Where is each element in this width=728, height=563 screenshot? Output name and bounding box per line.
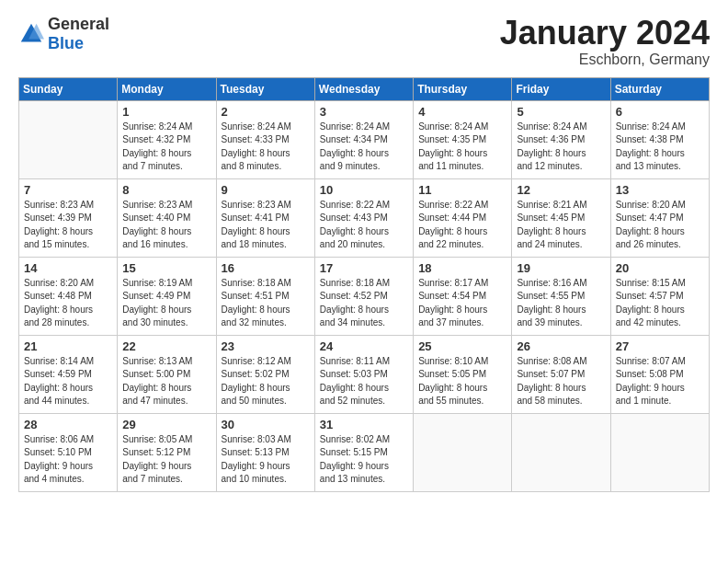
day-number: 22 (122, 339, 210, 353)
cell-info: Sunrise: 8:23 AMSunset: 4:40 PMDaylight:… (122, 199, 210, 252)
weekday-header-saturday: Saturday (610, 77, 709, 100)
cell-info: Sunrise: 8:21 AMSunset: 4:45 PMDaylight:… (517, 199, 605, 252)
day-number: 9 (222, 183, 310, 197)
weekday-header-row: SundayMondayTuesdayWednesdayThursdayFrid… (19, 77, 710, 100)
cell-info: Sunrise: 8:23 AMSunset: 4:39 PMDaylight:… (24, 199, 112, 252)
calendar-cell: 14Sunrise: 8:20 AMSunset: 4:48 PMDayligh… (19, 257, 118, 335)
cell-info: Sunrise: 8:16 AMSunset: 4:55 PMDaylight:… (517, 277, 605, 330)
calendar-cell: 30Sunrise: 8:03 AMSunset: 5:13 PMDayligh… (216, 413, 314, 491)
cell-info: Sunrise: 8:19 AMSunset: 4:49 PMDaylight:… (122, 277, 210, 330)
weekday-header-thursday: Thursday (414, 77, 512, 100)
calendar-cell: 16Sunrise: 8:18 AMSunset: 4:51 PMDayligh… (216, 257, 314, 335)
cell-info: Sunrise: 8:24 AMSunset: 4:32 PMDaylight:… (122, 121, 210, 174)
calendar-cell: 1Sunrise: 8:24 AMSunset: 4:32 PMDaylight… (118, 100, 216, 178)
calendar-cell: 28Sunrise: 8:06 AMSunset: 5:10 PMDayligh… (19, 413, 118, 491)
cell-info: Sunrise: 8:20 AMSunset: 4:48 PMDaylight:… (24, 277, 112, 330)
weekday-header-tuesday: Tuesday (216, 77, 314, 100)
cell-info: Sunrise: 8:14 AMSunset: 4:59 PMDaylight:… (24, 355, 112, 408)
cell-info: Sunrise: 8:03 AMSunset: 5:13 PMDaylight:… (222, 433, 310, 487)
calendar-cell: 22Sunrise: 8:13 AMSunset: 5:00 PMDayligh… (118, 335, 216, 413)
cell-info: Sunrise: 8:24 AMSunset: 4:34 PMDaylight:… (320, 121, 408, 174)
cell-info: Sunrise: 8:18 AMSunset: 4:51 PMDaylight:… (222, 277, 310, 330)
day-number: 5 (517, 105, 605, 119)
calendar-cell: 25Sunrise: 8:10 AMSunset: 5:05 PMDayligh… (414, 335, 512, 413)
day-number: 24 (320, 339, 408, 353)
month-title: January 2024 (500, 15, 710, 52)
day-number: 30 (222, 418, 310, 431)
calendar-cell: 19Sunrise: 8:16 AMSunset: 4:55 PMDayligh… (512, 257, 610, 335)
logo-general: General (48, 15, 109, 33)
calendar-cell: 26Sunrise: 8:08 AMSunset: 5:07 PMDayligh… (512, 335, 610, 413)
day-number: 14 (24, 261, 112, 275)
calendar-cell (610, 413, 709, 491)
calendar-cell: 10Sunrise: 8:22 AMSunset: 4:43 PMDayligh… (314, 178, 413, 257)
day-number: 26 (517, 339, 605, 353)
page: General Blue January 2024 Eschborn, Germ… (0, 0, 728, 507)
day-number: 25 (418, 339, 506, 353)
day-number: 20 (616, 261, 704, 275)
location-title: Eschborn, Germany (500, 52, 710, 68)
cell-info: Sunrise: 8:10 AMSunset: 5:05 PMDaylight:… (418, 355, 506, 408)
calendar-cell: 5Sunrise: 8:24 AMSunset: 4:36 PMDaylight… (512, 100, 610, 178)
day-number: 13 (616, 183, 704, 197)
calendar-cell: 12Sunrise: 8:21 AMSunset: 4:45 PMDayligh… (512, 178, 610, 257)
cell-info: Sunrise: 8:07 AMSunset: 5:08 PMDaylight:… (616, 355, 704, 408)
day-number: 23 (222, 339, 310, 353)
calendar-cell: 4Sunrise: 8:24 AMSunset: 4:35 PMDaylight… (414, 100, 512, 178)
day-number: 6 (616, 105, 704, 119)
week-row-4: 21Sunrise: 8:14 AMSunset: 4:59 PMDayligh… (19, 335, 710, 413)
calendar-cell: 29Sunrise: 8:05 AMSunset: 5:12 PMDayligh… (118, 413, 216, 491)
cell-info: Sunrise: 8:24 AMSunset: 4:33 PMDaylight:… (222, 121, 310, 174)
calendar-cell: 21Sunrise: 8:14 AMSunset: 4:59 PMDayligh… (19, 335, 118, 413)
day-number: 28 (24, 418, 112, 431)
day-number: 11 (418, 183, 506, 197)
cell-info: Sunrise: 8:02 AMSunset: 5:15 PMDaylight:… (320, 433, 408, 487)
cell-info: Sunrise: 8:18 AMSunset: 4:52 PMDaylight:… (320, 277, 408, 330)
cell-info: Sunrise: 8:15 AMSunset: 4:57 PMDaylight:… (616, 277, 704, 330)
calendar-cell: 11Sunrise: 8:22 AMSunset: 4:44 PMDayligh… (414, 178, 512, 257)
day-number: 16 (222, 261, 310, 275)
header: General Blue January 2024 Eschborn, Germ… (18, 15, 710, 68)
cell-info: Sunrise: 8:23 AMSunset: 4:41 PMDaylight:… (222, 199, 310, 252)
cell-info: Sunrise: 8:24 AMSunset: 4:38 PMDaylight:… (616, 121, 704, 174)
day-number: 17 (320, 261, 408, 275)
calendar-cell: 7Sunrise: 8:23 AMSunset: 4:39 PMDaylight… (19, 178, 118, 257)
day-number: 29 (122, 418, 210, 431)
day-number: 8 (122, 183, 210, 197)
week-row-2: 7Sunrise: 8:23 AMSunset: 4:39 PMDaylight… (19, 178, 710, 257)
logo-icon (18, 21, 44, 47)
logo-text: General Blue (48, 15, 109, 53)
weekday-header-sunday: Sunday (19, 77, 118, 100)
cell-info: Sunrise: 8:11 AMSunset: 5:03 PMDaylight:… (320, 355, 408, 408)
calendar-cell: 2Sunrise: 8:24 AMSunset: 4:33 PMDaylight… (216, 100, 314, 178)
day-number: 31 (320, 418, 408, 431)
calendar-cell: 20Sunrise: 8:15 AMSunset: 4:57 PMDayligh… (610, 257, 709, 335)
calendar-cell: 23Sunrise: 8:12 AMSunset: 5:02 PMDayligh… (216, 335, 314, 413)
calendar-cell (512, 413, 610, 491)
cell-info: Sunrise: 8:05 AMSunset: 5:12 PMDaylight:… (122, 433, 210, 487)
day-number: 3 (320, 105, 408, 119)
calendar-cell: 31Sunrise: 8:02 AMSunset: 5:15 PMDayligh… (314, 413, 413, 491)
cell-info: Sunrise: 8:22 AMSunset: 4:44 PMDaylight:… (418, 199, 506, 252)
calendar-cell: 9Sunrise: 8:23 AMSunset: 4:41 PMDaylight… (216, 178, 314, 257)
day-number: 12 (517, 183, 605, 197)
day-number: 21 (24, 339, 112, 353)
week-row-3: 14Sunrise: 8:20 AMSunset: 4:48 PMDayligh… (19, 257, 710, 335)
calendar-cell: 27Sunrise: 8:07 AMSunset: 5:08 PMDayligh… (610, 335, 709, 413)
logo-blue: Blue (48, 34, 84, 52)
cell-info: Sunrise: 8:22 AMSunset: 4:43 PMDaylight:… (320, 199, 408, 252)
weekday-header-wednesday: Wednesday (314, 77, 413, 100)
calendar-cell: 8Sunrise: 8:23 AMSunset: 4:40 PMDaylight… (118, 178, 216, 257)
calendar-cell: 3Sunrise: 8:24 AMSunset: 4:34 PMDaylight… (314, 100, 413, 178)
day-number: 1 (122, 105, 210, 119)
cell-info: Sunrise: 8:17 AMSunset: 4:54 PMDaylight:… (418, 277, 506, 330)
day-number: 7 (24, 183, 112, 197)
calendar-cell: 18Sunrise: 8:17 AMSunset: 4:54 PMDayligh… (414, 257, 512, 335)
day-number: 2 (222, 105, 310, 119)
day-number: 19 (517, 261, 605, 275)
title-block: January 2024 Eschborn, Germany (500, 15, 710, 68)
calendar-cell: 13Sunrise: 8:20 AMSunset: 4:47 PMDayligh… (610, 178, 709, 257)
calendar-cell: 15Sunrise: 8:19 AMSunset: 4:49 PMDayligh… (118, 257, 216, 335)
day-number: 10 (320, 183, 408, 197)
cell-info: Sunrise: 8:12 AMSunset: 5:02 PMDaylight:… (222, 355, 310, 408)
